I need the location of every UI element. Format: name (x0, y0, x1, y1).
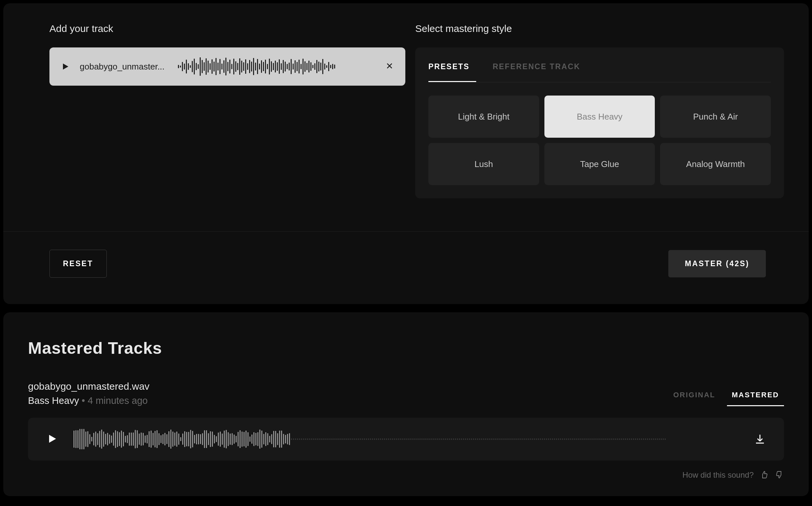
mastered-tracks-card: Mastered Tracks gobabygo_unmastered.wav … (3, 312, 809, 496)
close-icon (386, 62, 394, 70)
uploaded-filename: gobabygo_unmaster... (80, 62, 169, 72)
track-info: gobabygo_unmastered.wav Bass Heavy • 4 m… (28, 381, 150, 406)
version-tabs: ORIGINAL MASTERED (668, 385, 784, 406)
result-timestamp: 4 minutes ago (88, 395, 148, 406)
feedback-prompt: How did this sound? (682, 471, 754, 480)
preset-bass-heavy[interactable]: Bass Heavy (545, 95, 655, 138)
thumbs-up-icon (760, 471, 768, 479)
uploaded-track-bar: gobabygo_unmaster... (50, 48, 405, 86)
thumbs-up-button[interactable] (760, 471, 769, 479)
thumbs-down-icon (776, 471, 783, 479)
preset-lush[interactable]: Lush (428, 143, 539, 185)
result-meta: Bass Heavy • 4 minutes ago (28, 395, 150, 406)
download-button[interactable] (754, 433, 766, 445)
action-row: RESET MASTER (42S) (3, 232, 809, 304)
upload-column: Add your track gobabygo_unmaster... (50, 23, 405, 198)
download-icon (754, 433, 766, 445)
preset-grid: Light & Bright Bass Heavy Punch & Air Lu… (428, 95, 771, 185)
master-button[interactable]: MASTER (42S) (668, 250, 766, 277)
reset-button[interactable]: RESET (50, 250, 107, 278)
preset-punch-air[interactable]: Punch & Air (660, 95, 771, 138)
play-result-button[interactable] (46, 433, 59, 445)
preview-waveform[interactable] (178, 57, 376, 76)
feedback-row: How did this sound? (28, 471, 784, 480)
track-header-row: gobabygo_unmastered.wav Bass Heavy • 4 m… (28, 381, 784, 406)
result-waveform[interactable] (74, 429, 739, 450)
result-player (28, 418, 784, 460)
add-track-heading: Add your track (50, 23, 405, 34)
style-heading: Select mastering style (415, 23, 784, 34)
style-panel: PRESETS REFERENCE TRACK Light & Bright B… (415, 48, 784, 198)
tab-reference-track[interactable]: REFERENCE TRACK (486, 48, 587, 82)
preset-tape-glue[interactable]: Tape Glue (545, 143, 655, 185)
mastering-setup-card: Add your track gobabygo_unmaster... Sele… (3, 3, 809, 304)
thumbs-down-button[interactable] (776, 471, 784, 479)
preset-light-bright[interactable]: Light & Bright (428, 95, 539, 138)
setup-columns: Add your track gobabygo_unmaster... Sele… (3, 3, 809, 231)
result-preset: Bass Heavy (28, 395, 79, 406)
remove-track-button[interactable] (386, 62, 395, 71)
play-preview-button[interactable] (60, 61, 71, 72)
play-icon (61, 62, 70, 71)
play-icon (46, 433, 58, 445)
preset-analog-warmth[interactable]: Analog Warmth (660, 143, 771, 185)
version-tab-original[interactable]: ORIGINAL (668, 385, 720, 406)
result-filename: gobabygo_unmastered.wav (28, 381, 150, 392)
mastered-tracks-title: Mastered Tracks (28, 339, 784, 358)
style-tabs: PRESETS REFERENCE TRACK (428, 48, 771, 82)
meta-separator: • (79, 395, 88, 406)
version-tab-mastered[interactable]: MASTERED (727, 385, 784, 406)
tab-presets[interactable]: PRESETS (428, 48, 476, 82)
style-column: Select mastering style PRESETS REFERENCE… (415, 23, 784, 198)
